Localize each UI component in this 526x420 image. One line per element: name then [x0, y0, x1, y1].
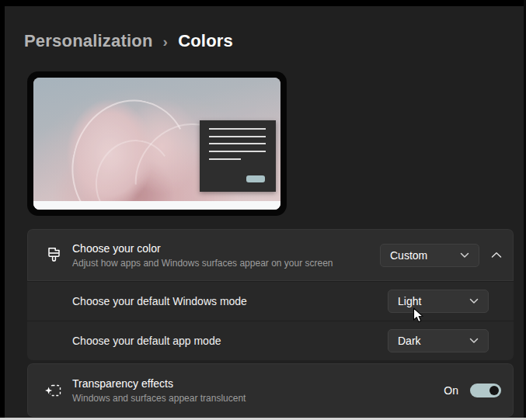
toggle-state-label: On: [444, 384, 458, 397]
color-mode-value: Custom: [390, 249, 427, 262]
choose-color-title: Choose your color: [72, 242, 333, 255]
windows-mode-row: Choose your default Windows mode Light: [27, 281, 514, 321]
paint-brush-icon: [45, 246, 62, 264]
transparency-subtitle: Windows and surfaces appear translucent: [72, 393, 246, 404]
window-edge-top: [0, 0, 526, 6]
transparency-title: Transparency effects: [72, 377, 246, 390]
transparency-toggle[interactable]: [470, 384, 501, 397]
app-mode-value: Dark: [398, 335, 421, 347]
app-mode-label: Choose your default app mode: [72, 335, 221, 347]
breadcrumb-chevron-icon: ›: [163, 33, 169, 50]
choose-color-row[interactable]: Choose your color Adjust how apps and Wi…: [27, 229, 514, 281]
windows-mode-value: Light: [398, 295, 421, 307]
windows-mode-label: Choose your default Windows mode: [72, 295, 247, 307]
color-mode-dropdown[interactable]: Custom: [380, 244, 479, 267]
theme-preview-frame: [27, 71, 287, 216]
windows-mode-dropdown[interactable]: Light: [388, 290, 489, 313]
breadcrumb: Personalization › Colors: [24, 31, 233, 51]
toggle-knob: [489, 386, 499, 395]
transparency-card: Transparency effects Windows and surface…: [27, 363, 514, 417]
app-mode-dropdown[interactable]: Dark: [388, 329, 489, 352]
theme-preview: [33, 78, 280, 210]
settings-page: Personalization › Colors: [0, 0, 526, 420]
preview-sample-app-window: [200, 120, 276, 192]
choose-color-subtitle: Adjust how apps and Windows surfaces app…: [72, 258, 333, 269]
chevron-down-icon: [469, 298, 479, 304]
breadcrumb-personalization[interactable]: Personalization: [24, 31, 153, 51]
preview-accent-button: [246, 175, 265, 182]
preview-taskbar: [33, 201, 280, 210]
chevron-up-icon[interactable]: [491, 252, 502, 259]
page-title: Colors: [178, 31, 233, 51]
choose-color-card: Choose your color Adjust how apps and Wi…: [27, 229, 514, 360]
chevron-down-icon: [460, 252, 469, 259]
window-edge-left: [0, 0, 5, 420]
transparency-sparkle-icon: [45, 382, 62, 399]
chevron-down-icon: [469, 338, 479, 344]
app-mode-row: Choose your default app mode Dark: [27, 321, 514, 360]
